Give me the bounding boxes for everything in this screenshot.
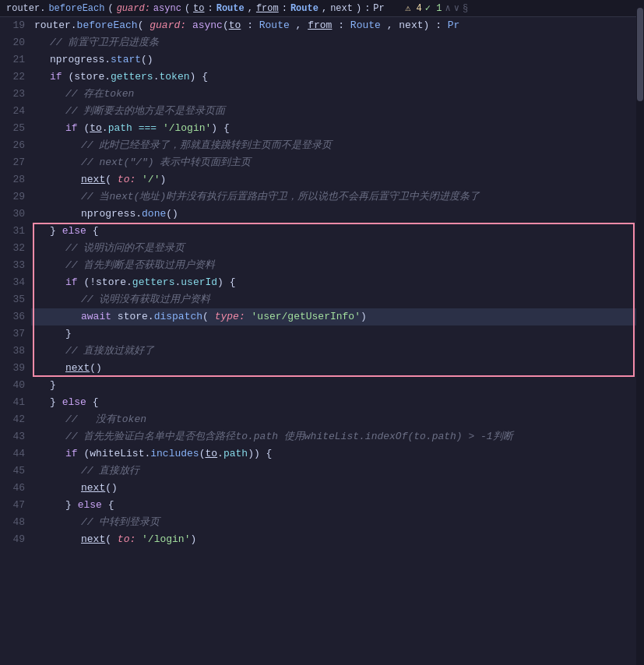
table-row: } [31, 377, 644, 394]
line-number: 46 [0, 480, 25, 497]
line-number: 26 [0, 137, 25, 154]
ok-badge: ✓ 1 [425, 2, 442, 14]
line-number: 33 [0, 257, 25, 274]
line-number: 42 [0, 411, 25, 428]
table-row: if (to.path === '/login') { [31, 120, 644, 137]
nav-arrows-down[interactable]: ∨ [454, 2, 459, 14]
line-number: 22 [0, 69, 25, 86]
table-row: // 首先先验证白名单中是否包含路径to.path 使用whiteList.in… [31, 428, 644, 445]
line-number: 38 [0, 343, 25, 360]
code-editor: router.beforeEach( guard: async(to : Rou… [0, 0, 644, 665]
line-number: 39 [0, 360, 25, 377]
table-row: if (whiteList.includes(to.path)) { [31, 445, 644, 463]
table-row: nprogress.done() [31, 206, 644, 223]
line-number: 49 [0, 531, 25, 548]
line-number: 23 [0, 86, 25, 103]
line-number: 25 [0, 120, 25, 137]
line-number: 30 [0, 206, 25, 223]
code-lines: router.beforeEach( guard: async(to : Rou… [31, 17, 644, 665]
table-row: if (!store.getters.userId) { [31, 274, 644, 291]
table-row: } else { [31, 497, 644, 514]
table-row: next() [31, 360, 644, 377]
route-type-1: Route [216, 3, 245, 14]
line-number: 20 [0, 34, 25, 51]
line-number: 34 [0, 274, 25, 291]
table-row: // 直接放行 [31, 463, 644, 480]
header-code: router. [6, 3, 45, 14]
table-row: router.beforeEach( guard: async(to : Rou… [31, 17, 644, 34]
editor-header: router.beforeEach( guard: async(to : Rou… [0, 0, 644, 17]
table-row: // 没有token [31, 411, 644, 428]
line-number: 44 [0, 445, 25, 463]
line-number: 41 [0, 394, 25, 411]
table-row: // 此时已经登录了，那就直接跳转到主页而不是登录页 [31, 137, 644, 154]
table-row: // 当next(地址)时并没有执行后置路由守卫，所以说也不会再后置守卫中关闭进… [31, 188, 644, 206]
table-row: } [31, 325, 644, 343]
menu-icon[interactable]: § [463, 3, 468, 14]
table-row: // 判断要去的地方是不是登录页面 [31, 103, 644, 120]
line-number: 37 [0, 325, 25, 343]
table-row: if (store.getters.token) { [31, 69, 644, 86]
nav-arrows[interactable]: ∧ [445, 2, 450, 14]
line-number: 47 [0, 497, 25, 514]
table-row: next() [31, 480, 644, 497]
table-row: // 说明访问的不是登录页 [31, 240, 644, 257]
line-number: 21 [0, 51, 25, 69]
line-number: 32 [0, 240, 25, 257]
table-row: // 首先判断是否获取过用户资料 [31, 257, 644, 274]
line-number: 36 [0, 308, 25, 325]
line-number: 45 [0, 463, 25, 480]
table-row: // next("/") 表示中转页面到主页 [31, 154, 644, 171]
table-row: // 说明没有获取过用户资料 [31, 291, 644, 308]
line-number: 48 [0, 514, 25, 531]
line-number: 29 [0, 188, 25, 206]
vertical-scrollbar[interactable] [636, 0, 644, 665]
line-number: 40 [0, 377, 25, 394]
line-number: 27 [0, 154, 25, 171]
line-number: 28 [0, 171, 25, 188]
table-row: next( to: '/') [31, 171, 644, 188]
table-row: // 直接放过就好了 [31, 343, 644, 360]
warning-badge: ⚠ 4 [405, 2, 422, 14]
table-row: // 中转到登录页 [31, 514, 644, 531]
scrollbar-thumb[interactable] [637, 8, 643, 101]
table-row: nprogress.start() [31, 51, 644, 69]
line-number: 43 [0, 428, 25, 445]
table-row: } else { [31, 394, 644, 411]
line-number: 31 [0, 223, 25, 240]
line-number: 35 [0, 291, 25, 308]
route-type-2: Route [290, 3, 318, 14]
line-numbers: 1920212223242526272829303132333435363738… [0, 17, 31, 665]
table-row: next( to: '/login') [31, 531, 644, 548]
line-number: 19 [0, 17, 25, 34]
table-row: await store.dispatch( type: 'user/getUse… [31, 308, 644, 325]
table-row: // 前置守卫开启进度条 [31, 34, 644, 51]
table-row: } else { [31, 223, 644, 240]
line-number: 24 [0, 103, 25, 120]
code-content: 1920212223242526272829303132333435363738… [0, 17, 644, 665]
table-row: // 存在token [31, 86, 644, 103]
